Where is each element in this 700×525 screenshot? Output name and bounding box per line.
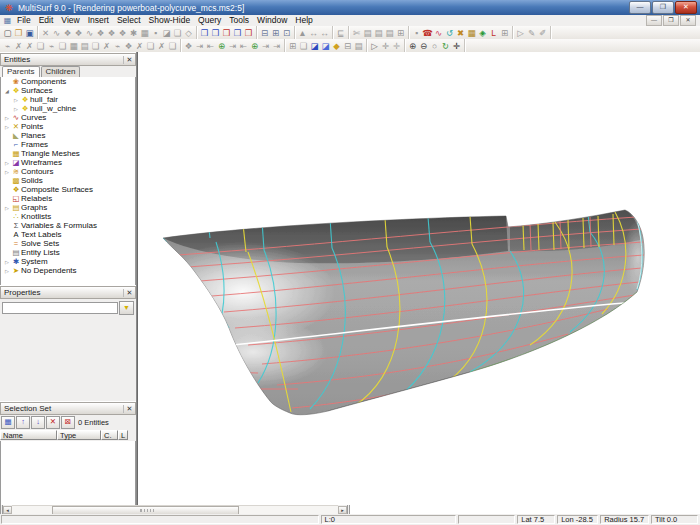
expand-arrow-icon[interactable]: ▷ — [3, 115, 11, 121]
knot-icon[interactable]: ✖ — [455, 27, 466, 39]
selection-set-panel-header[interactable]: Selection Set ✕ — [0, 402, 136, 415]
tree-item-hull-w-chine[interactable]: ▷❖hull_w_chine — [1, 104, 135, 113]
layer-2-icon[interactable]: ◪ — [320, 40, 331, 52]
telephone-icon[interactable]: ☎ — [422, 27, 433, 39]
pick-icon[interactable]: ✛ — [380, 40, 391, 52]
tree-item-text-labels[interactable]: AText Labels — [1, 230, 135, 239]
insert-entity-icon-9[interactable]: ❏ — [90, 40, 101, 52]
surface-tool-icon-4[interactable]: ❖ — [106, 27, 117, 39]
column-header-type[interactable]: Type — [57, 430, 101, 440]
render-viewport[interactable] — [137, 52, 700, 514]
collapse-arrow-icon[interactable]: ◢ — [3, 88, 11, 94]
cut-icon[interactable]: ✄ — [351, 27, 362, 39]
view-window-2-icon[interactable]: ❒ — [210, 27, 221, 39]
point-tool-icon[interactable]: ✕ — [40, 27, 51, 39]
zoom-window-icon[interactable]: ○ — [429, 40, 440, 52]
tree-item-composite-surfaces[interactable]: ❖Composite Surfaces — [1, 185, 135, 194]
triangle-mesh-icon[interactable]: ▦ — [466, 27, 477, 39]
tab-parents[interactable]: Parents — [2, 66, 40, 77]
star-tool-icon[interactable]: ✱ — [128, 27, 139, 39]
new-file-icon[interactable]: ▢ — [2, 27, 13, 39]
menu-file[interactable]: File — [13, 15, 35, 26]
cascade-icon[interactable]: ⊡ — [281, 27, 292, 39]
extend-right-4-icon[interactable]: ⇥ — [271, 40, 282, 52]
mdi-document-icon[interactable]: ▦ — [2, 16, 13, 25]
filter-funnel-icon[interactable]: ▼ — [119, 301, 134, 315]
tree-item-solve-sets[interactable]: =Solve Sets — [1, 239, 135, 248]
tree-item-knotlists[interactable]: ∴Knotlists — [1, 212, 135, 221]
mesh-tool-icon[interactable]: ▦ — [139, 27, 150, 39]
save-icon[interactable]: ▣ — [24, 27, 35, 39]
insert-entity-icon-15[interactable]: ✗ — [156, 40, 167, 52]
solid-icon[interactable]: ◈ — [477, 27, 488, 39]
restore-button[interactable]: ❐ — [652, 1, 674, 14]
tab-children[interactable]: Children — [41, 66, 81, 77]
menu-query[interactable]: Query — [194, 15, 225, 26]
selection-set-close-icon[interactable]: ✕ — [123, 405, 135, 413]
zoom-in-icon[interactable]: ⊕ — [407, 40, 418, 52]
clear-selection-button[interactable]: ⊠ — [61, 416, 75, 429]
duplicate-icon[interactable]: ⊞ — [287, 40, 298, 52]
nudge-up-icon[interactable]: ▲ — [297, 27, 308, 39]
expand-arrow-icon[interactable]: ▷ — [12, 106, 20, 112]
tree-item-frames[interactable]: ⌐Frames — [1, 140, 135, 149]
surface-tool-icon-5[interactable]: ❖ — [117, 27, 128, 39]
expand-arrow-icon[interactable]: ▷ — [3, 169, 11, 175]
insert-entity-icon-5[interactable]: ⌁ — [46, 40, 57, 52]
tile-vertical-icon[interactable]: ⊞ — [270, 27, 281, 39]
tree-item-surfaces[interactable]: ◢❖Surfaces — [1, 86, 135, 95]
tree-item-solids[interactable]: ▩Solids — [1, 176, 135, 185]
solid-tool-icon[interactable]: ▪ — [150, 27, 161, 39]
insert-entity-icon-10[interactable]: ✗ — [101, 40, 112, 52]
column-header-c[interactable]: C. — [101, 430, 118, 440]
grid-icon[interactable]: ⊞ — [395, 27, 406, 39]
properties-close-icon[interactable]: ✕ — [123, 289, 135, 297]
extend-right-2-icon[interactable]: ⇥ — [227, 40, 238, 52]
tree-item-graphs[interactable]: ▷▤Graphs — [1, 203, 135, 212]
insert-entity-icon-11[interactable]: ⌁ — [112, 40, 123, 52]
curve-tool-icon[interactable]: ∿ — [51, 27, 62, 39]
draw-tool-icon[interactable]: ✐ — [537, 27, 548, 39]
surface-tool-icon-3[interactable]: ❖ — [95, 27, 106, 39]
mdi-minimize-button[interactable]: — — [646, 15, 662, 26]
collapse-icon[interactable]: ⊟ — [342, 40, 353, 52]
close-button[interactable]: ✕ — [675, 1, 697, 14]
insert-entity-icon-13[interactable]: ✗ — [134, 40, 145, 52]
minimize-button[interactable]: — — [629, 1, 651, 14]
menu-tools[interactable]: Tools — [225, 15, 253, 26]
insert-entity-icon-6[interactable]: ❏ — [57, 40, 68, 52]
tree-item-triangle-meshes[interactable]: ▦Triangle Meshes — [1, 149, 135, 158]
expand-arrow-icon[interactable]: ▷ — [3, 268, 11, 274]
tree-item-contours[interactable]: ▷≋Contours — [1, 167, 135, 176]
insert-entity-icon-2[interactable]: ✗ — [13, 40, 24, 52]
view-window-1-icon[interactable]: ❒ — [199, 27, 210, 39]
view-window-5-icon[interactable]: ❒ — [243, 27, 254, 39]
surface-tool-icon[interactable]: ❖ — [62, 27, 73, 39]
blank-icon[interactable]: ▪ — [411, 27, 422, 39]
menu-edit[interactable]: Edit — [35, 15, 58, 26]
refresh-icon[interactable]: ↺ — [444, 27, 455, 39]
tile-horizontal-icon[interactable]: ⊟ — [259, 27, 270, 39]
tree-item-variables-formulas[interactable]: ΣVariables & Formulas — [1, 221, 135, 230]
layer-icon[interactable]: ◪ — [309, 40, 320, 52]
insert-entity-icon-4[interactable]: ❏ — [35, 40, 46, 52]
tree-item-no-dependents[interactable]: ▷➤No Dependents — [1, 266, 135, 275]
insert-entity-icon-14[interactable]: ❏ — [145, 40, 156, 52]
tree-item-planes[interactable]: ◣Planes — [1, 131, 135, 140]
expand-arrow-icon[interactable]: ▷ — [12, 97, 20, 103]
extend-right-3-icon[interactable]: ⇥ — [260, 40, 271, 52]
insert-entity-icon-1[interactable]: ⌁ — [2, 40, 13, 52]
stretch-h-icon[interactable]: ↔ — [308, 27, 319, 39]
menu-show-hide[interactable]: Show-Hide — [145, 15, 195, 26]
scrollbar-track[interactable] — [12, 505, 338, 514]
menu-view[interactable]: View — [57, 15, 83, 26]
expand-arrow-icon[interactable]: ▷ — [3, 259, 11, 265]
surface-tool-icon-2[interactable]: ❖ — [73, 27, 84, 39]
rotate-view-icon[interactable]: ↻ — [440, 40, 451, 52]
add-point-icon[interactable]: ⊕ — [216, 40, 227, 52]
copy-entity-icon[interactable]: ❏ — [298, 40, 309, 52]
move-down-button[interactable]: ↓ — [31, 416, 45, 429]
selection-set-list[interactable] — [0, 441, 136, 508]
dock-panel-icon[interactable]: ⊑ — [335, 27, 346, 39]
frame-tool-icon[interactable]: ◇ — [183, 27, 194, 39]
